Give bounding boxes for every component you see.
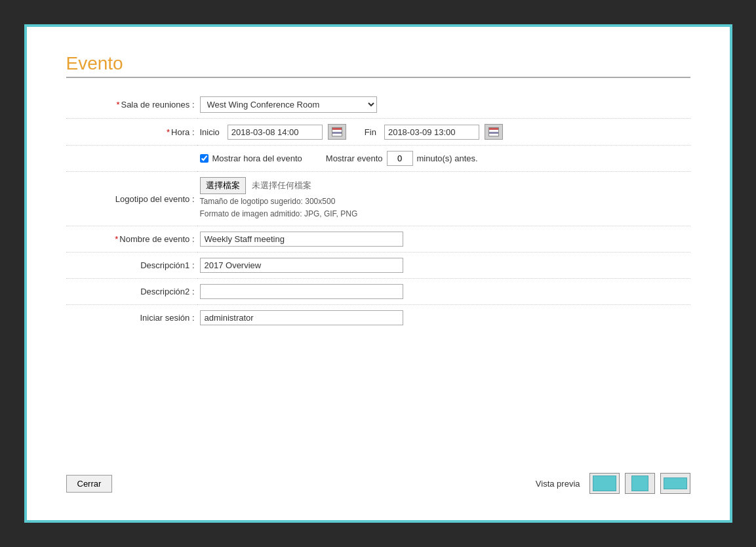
hora-row: *Hora : Inicio Fin bbox=[66, 119, 690, 146]
mostrar-hora-checkbox[interactable] bbox=[200, 154, 209, 163]
nombre-value-cell bbox=[197, 226, 690, 253]
descripcion2-input[interactable] bbox=[200, 284, 403, 299]
logotipo-label: Logotipo del evento : bbox=[115, 194, 195, 204]
logo-hint: Tamaño de logotipo sugerido: 300x500 For… bbox=[200, 195, 688, 220]
fin-calendar-button[interactable] bbox=[485, 124, 503, 140]
iniciar-label: Iniciar sesión : bbox=[140, 313, 194, 323]
mostrar-evento-label: Mostrar evento bbox=[326, 153, 383, 163]
preview-portrait-button[interactable] bbox=[625, 473, 655, 494]
sala-label: Sala de reuniones : bbox=[121, 100, 194, 110]
file-upload-row: 選擇檔案 未選擇任何檔案 bbox=[200, 177, 688, 194]
logo-hint-1: Tamaño de logotipo sugerido: 300x500 bbox=[200, 195, 688, 208]
inicio-calendar-button[interactable] bbox=[328, 124, 346, 140]
sala-label-cell: *Sala de reuniones : bbox=[66, 91, 197, 119]
preview-wide-button[interactable] bbox=[660, 473, 690, 494]
sala-required: * bbox=[116, 100, 119, 110]
iniciar-label-cell: Iniciar sesión : bbox=[66, 305, 197, 331]
nombre-row: *Nombre de evento : bbox=[66, 226, 690, 253]
logotipo-value-cell: 選擇檔案 未選擇任何檔案 Tamaño de logotipo sugerido… bbox=[197, 172, 690, 226]
fin-label: Fin bbox=[365, 127, 376, 137]
nombre-required: * bbox=[115, 234, 118, 244]
nombre-label-cell: *Nombre de evento : bbox=[66, 226, 197, 253]
iniciar-row: Iniciar sesión : bbox=[66, 305, 690, 331]
preview-landscape-button[interactable] bbox=[589, 473, 620, 494]
show-event-right: Mostrar evento minuto(s) antes. bbox=[326, 151, 478, 166]
descripcion1-label-cell: Descripción1 : bbox=[66, 253, 197, 279]
preview-label: Vista previa bbox=[536, 479, 580, 489]
sala-select[interactable]: West Wing Conference RoomEast Wing Confe… bbox=[200, 96, 377, 113]
sala-value-cell: West Wing Conference RoomEast Wing Confe… bbox=[197, 91, 690, 119]
landscape-icon bbox=[593, 476, 616, 491]
descripcion2-row: Descripción2 : bbox=[66, 279, 690, 305]
title-divider bbox=[66, 77, 690, 78]
descripcion2-label-cell: Descripción2 : bbox=[66, 279, 197, 305]
minutes-input[interactable] bbox=[387, 151, 413, 166]
mostrar-hora-value-cell: Mostrar hora del evento Mostrar evento m… bbox=[197, 146, 690, 172]
hora-required: * bbox=[167, 127, 170, 137]
portrait-icon bbox=[631, 476, 648, 491]
descripcion1-input[interactable] bbox=[200, 258, 403, 273]
logotipo-label-cell: Logotipo del evento : bbox=[66, 172, 197, 226]
time-row: Inicio Fin bbox=[200, 124, 688, 140]
nombre-input[interactable] bbox=[200, 232, 403, 247]
hora-label: Hora : bbox=[171, 127, 194, 137]
close-button[interactable]: Cerrar bbox=[66, 475, 113, 493]
descripcion1-value-cell bbox=[197, 253, 690, 279]
nombre-label: Nombre de evento : bbox=[119, 234, 194, 244]
hora-value-cell: Inicio Fin bbox=[197, 119, 690, 146]
mostrar-hora-label-cell bbox=[66, 146, 197, 172]
calendar-icon-fin bbox=[488, 127, 499, 136]
sala-row: *Sala de reuniones : West Wing Conferenc… bbox=[66, 91, 690, 119]
main-container: Evento *Sala de reuniones : West Wing Co… bbox=[24, 24, 732, 523]
logotipo-row: Logotipo del evento : 選擇檔案 未選擇任何檔案 Tamañ… bbox=[66, 172, 690, 226]
descripcion1-row: Descripción1 : bbox=[66, 253, 690, 279]
mostrar-hora-text: Mostrar hora del evento bbox=[212, 153, 302, 163]
preview-section: Vista previa bbox=[536, 473, 690, 494]
descripcion1-label: Descripción1 : bbox=[140, 260, 194, 270]
logo-hint-2: Formato de imagen admitido: JPG, GIF, PN… bbox=[200, 208, 688, 220]
bottom-bar: Cerrar Vista previa bbox=[66, 473, 690, 494]
fin-input[interactable] bbox=[384, 125, 479, 140]
inicio-label: Inicio bbox=[200, 127, 220, 137]
descripcion2-value-cell bbox=[197, 279, 690, 305]
calendar-icon bbox=[332, 127, 342, 136]
choose-file-button[interactable]: 選擇檔案 bbox=[200, 177, 246, 194]
mostrar-hora-row: Mostrar hora del evento Mostrar evento m… bbox=[66, 146, 690, 172]
hora-label-cell: *Hora : bbox=[66, 119, 197, 146]
descripcion2-label: Descripción2 : bbox=[140, 287, 194, 296]
wide-icon bbox=[664, 477, 687, 489]
minutos-label: minuto(s) antes. bbox=[417, 153, 478, 163]
inicio-input[interactable] bbox=[228, 125, 323, 140]
page-title: Evento bbox=[66, 53, 690, 74]
iniciar-input[interactable] bbox=[200, 310, 403, 325]
show-time-container: Mostrar hora del evento Mostrar evento m… bbox=[200, 151, 688, 166]
no-file-label: 未選擇任何檔案 bbox=[252, 180, 311, 190]
iniciar-value-cell bbox=[197, 305, 690, 331]
form-table: *Sala de reuniones : West Wing Conferenc… bbox=[66, 91, 690, 331]
